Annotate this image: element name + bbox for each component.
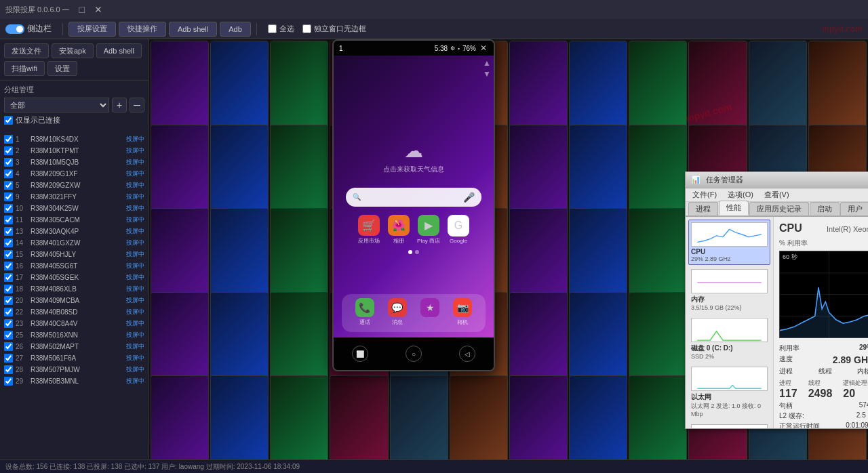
phone-cell[interactable]: 57 ⤢ — [629, 375, 687, 459]
back-button[interactable]: ◁ — [459, 346, 475, 362]
device-item[interactable]: 16 R38M405SG6T 投屏中 — [0, 260, 149, 272]
device-item[interactable]: 22 R38M40B08SD 投屏中 — [0, 306, 149, 318]
close-button[interactable]: ✕ — [93, 4, 104, 15]
tab-performance[interactable]: 性能 — [719, 201, 749, 215]
phone-cell[interactable]: 51 ⤢ — [270, 375, 328, 459]
group-select[interactable]: 全部 — [4, 98, 109, 112]
tab-process[interactable]: 进程 — [688, 202, 718, 215]
app-icon-google[interactable]: G Google — [446, 215, 471, 245]
tab-history[interactable]: 应用历史记录 — [749, 202, 809, 215]
install-apk-button[interactable]: 安装apk — [52, 43, 94, 58]
cpu-chart-svg — [780, 251, 868, 337]
phone-apps: 🛒 应用市场 🌺 相册 ▶ Play 商店 G Google — [351, 215, 476, 245]
stat-threads-label: 线程 — [818, 367, 832, 376]
screen-settings-button[interactable]: 投屏设置 — [68, 22, 116, 37]
thread-label: 线程 — [808, 379, 833, 388]
eth-mini-graph — [691, 367, 768, 391]
mic-icon[interactable]: 🎤 — [463, 192, 475, 203]
device-item[interactable]: 4 R38M209G1XF 投屏中 — [0, 168, 149, 180]
standalone-window-checkbox[interactable]: 独立窗口无边框 — [302, 24, 366, 34]
device-item[interactable]: 18 R38M4086XLB 投屏中 — [0, 283, 149, 295]
phone-cell[interactable]: 49 ⤢ — [151, 375, 209, 459]
resource-disk[interactable]: 磁盘 0 (C: D:) SSD 2% — [688, 315, 770, 363]
device-item[interactable]: 2 R38M10KTPMT 投屏中 — [0, 145, 149, 157]
device-item[interactable]: 27 R38M5061F6A 投屏中 — [0, 352, 149, 364]
device-item[interactable]: 17 R38M405SGEK 投屏中 — [0, 272, 149, 283]
status-bar: 设备总数: 156 已连接: 138 已投屏: 138 已选中: 137 用户:… — [0, 459, 868, 473]
minimize-button[interactable]: ─ — [60, 4, 71, 15]
menu-options[interactable]: 选项(O) — [724, 188, 757, 201]
adb-shell-button[interactable]: Adb shell — [169, 22, 217, 37]
tab-users[interactable]: 用户 — [840, 202, 868, 215]
page-dot-2 — [415, 250, 419, 254]
device-item[interactable]: 3 R38M10M5QJB 投屏中 — [0, 157, 149, 168]
mem-resource-label: 内存 — [691, 295, 768, 304]
adb-shell-side-button[interactable]: Adb shell — [96, 43, 142, 58]
phone-cell[interactable]: 54 ⤢ — [450, 375, 508, 459]
settings-button[interactable]: 设置 — [47, 61, 77, 76]
scroll-down-icon[interactable]: ▼ — [483, 69, 491, 79]
device-item[interactable]: 15 R38M405HJLY 投屏中 — [0, 249, 149, 260]
sidebar-toggle[interactable]: 侧边栏 — [5, 23, 52, 35]
menu-file[interactable]: 文件(F) — [688, 188, 721, 201]
phone-cell[interactable]: 55 ⤢ — [509, 375, 568, 459]
adb-button[interactable]: Adb — [220, 22, 251, 37]
resource-gpu[interactable]: GPU 0 NVIDIA GeForce... 14% (58 °C) — [688, 421, 770, 428]
maximize-button[interactable]: □ — [77, 4, 87, 15]
close-phone-button[interactable]: ✕ — [479, 43, 488, 53]
device-item[interactable]: 25 R38M5016XNN 投屏中 — [0, 329, 149, 341]
dock-app-nav[interactable]: ★ — [418, 298, 442, 328]
l3-value: 0:01:09:22 — [846, 421, 868, 428]
app-icon-store[interactable]: 🛒 应用市场 — [357, 215, 381, 245]
device-item[interactable]: 14 R38M401GXZW 投屏中 — [0, 237, 149, 249]
send-file-button[interactable]: 发送文件 — [4, 43, 49, 58]
scroll-up-icon[interactable]: ▲ — [483, 58, 491, 68]
resource-memory[interactable]: 内存 3.5/15.9 GB (22%) — [688, 266, 770, 314]
home-button[interactable]: ○ — [406, 346, 422, 362]
dock-app-camera[interactable]: 📷 相机 — [450, 298, 475, 328]
weather-text[interactable]: 点击来获取天气信息 — [383, 165, 444, 173]
device-item[interactable]: 23 R38M40C8A4V 投屏中 — [0, 318, 149, 329]
quick-ops-button[interactable]: 快捷操作 — [119, 22, 166, 37]
app-icon-play[interactable]: ▶ Play 商店 — [416, 215, 441, 245]
dock-app-msg[interactable]: 💬 消息 — [385, 298, 410, 328]
phone-dock: 📞 通话 💬 消息 ★ 📷 相机 — [342, 294, 486, 332]
phone-cell[interactable]: 50 ⤢ — [210, 375, 269, 459]
group-management: 分组管理 全部 + ─ 仅显示已连接 — [0, 80, 149, 133]
phone-cell[interactable]: 53 ⤢ — [390, 375, 448, 459]
device-item[interactable]: 11 R38M305CACM 投屏中 — [0, 214, 149, 226]
menu-view[interactable]: 查看(V) — [760, 188, 793, 201]
device-item[interactable]: 20 R38M409MCBA 投屏中 — [0, 295, 149, 306]
toggle-switch[interactable] — [5, 24, 24, 34]
device-item[interactable]: 5 R38M209GZXW 投屏中 — [0, 180, 149, 191]
app-icon-gallery[interactable]: 🌺 相册 — [387, 215, 411, 245]
disk-mini-graph — [691, 318, 768, 342]
phone-body: ▲ ▼ ◄ ◄ ◄ ☁ 点击来获取天气信息 🔍 🎤 — [334, 56, 494, 337]
overlay-phone[interactable]: 1 5:38 ⚙ • 76% ✕ ▲ ▼ ◄ ◄ ◄ — [332, 39, 495, 371]
select-all-checkbox[interactable]: 全选 — [268, 24, 294, 34]
device-item[interactable]: 28 R38M507PMJW 投屏中 — [0, 364, 149, 375]
recent-apps-button[interactable]: ⬜ — [352, 346, 368, 362]
device-item[interactable]: 1 R38M10KS4DX 投屏中 — [0, 133, 149, 145]
phone-cell[interactable]: 56 ⤢ — [569, 375, 627, 459]
cpu-num-row: 进程 117 线程 2498 逻辑处理器: 20 — [779, 379, 868, 400]
phone-search-bar[interactable]: 🔍 🎤 — [346, 188, 482, 207]
remove-group-button[interactable]: ─ — [130, 98, 144, 112]
device-item[interactable]: 9 R38M3021FFY 投屏中 — [0, 191, 149, 203]
stat-processes-label: 进程 — [779, 367, 793, 376]
scan-wifi-button[interactable]: 扫描wifi — [4, 61, 45, 76]
phone-cell[interactable]: 52 ⤢ — [330, 375, 388, 459]
device-item[interactable]: 10 R38M304K25W 投屏中 — [0, 203, 149, 214]
dock-app-call[interactable]: 📞 通话 — [353, 298, 377, 328]
device-item[interactable]: 29 R38M50B3MNL 投屏中 — [0, 375, 149, 387]
disk-resource-value: SSD 2% — [691, 353, 768, 360]
resource-ethernet[interactable]: 以太网 以太网 2 发送: 1.0 接收: 0 Mbp — [688, 364, 770, 420]
device-item[interactable]: 13 R38M30AQK4P 投屏中 — [0, 226, 149, 237]
device-item[interactable]: 26 R38M502MAPT 投屏中 — [0, 341, 149, 352]
show-connected-toggle[interactable]: 仅显示已连接 — [4, 115, 144, 125]
add-group-button[interactable]: + — [112, 98, 127, 112]
proc-value: 117 — [779, 388, 797, 400]
group-section-title: 分组管理 — [4, 85, 144, 95]
tab-startup[interactable]: 启动 — [810, 202, 840, 215]
resource-cpu[interactable]: CPU 29% 2.89 GHz — [688, 220, 770, 265]
